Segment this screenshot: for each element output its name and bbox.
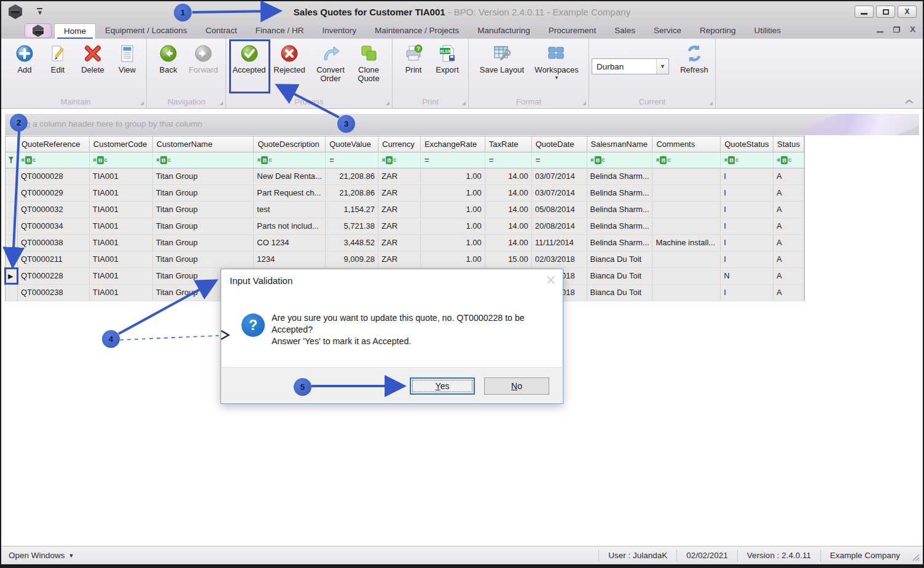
grid-cell[interactable]: ZAR [378, 235, 421, 251]
filter-cell-exchangerate[interactable]: = [421, 152, 485, 168]
grid-cell[interactable]: 21,208.86 [326, 185, 378, 202]
column-header-status[interactable]: Status [773, 136, 804, 152]
grid-cell[interactable]: TIA001 [90, 285, 153, 301]
grid-cell[interactable] [652, 285, 721, 301]
grid-cell[interactable]: 14.00 [485, 202, 532, 218]
grid-cell[interactable]: 21,208.86 [326, 168, 378, 185]
group-launcher-icon[interactable] [386, 101, 390, 105]
grid-cell[interactable]: 15.00 [485, 251, 532, 268]
column-header-quotedescription[interactable]: QuoteDescription [254, 136, 326, 152]
grid-cell[interactable]: A [773, 251, 804, 268]
table-row[interactable]: QT0000034TIA001Titan GroupParts not incl… [6, 218, 804, 235]
filter-cell-quotestatus[interactable]: RBC [721, 152, 773, 168]
tab-service[interactable]: Service [644, 23, 691, 39]
grid-cell[interactable]: ZAR [378, 185, 421, 202]
grid-cell[interactable]: Titan Group [153, 251, 254, 268]
grid-cell[interactable]: 03/07/2014 [532, 168, 587, 185]
grid-cell[interactable]: 03/07/2014 [532, 185, 587, 202]
grid-cell[interactable]: 1.00 [421, 168, 485, 185]
grid-cell[interactable]: New Deal Renta... [254, 168, 326, 185]
grid-cell[interactable] [652, 168, 721, 185]
grid-cell[interactable]: 1.00 [421, 218, 485, 235]
grid-cell[interactable]: Titan Group [153, 168, 254, 185]
grid-cell[interactable]: Titan Group [153, 218, 254, 235]
grid-cell[interactable]: 02/03/2018 [532, 251, 587, 268]
row-indicator[interactable] [6, 202, 18, 218]
grid-cell[interactable]: 5,721.38 [326, 218, 378, 235]
grid-cell[interactable]: Parts not includ... [254, 218, 326, 235]
filter-cell-salesmanname[interactable]: RBC [587, 152, 653, 168]
grid-cell[interactable]: A [773, 285, 804, 301]
grid-cell[interactable]: CO 1234 [254, 235, 326, 251]
dialog-close-icon[interactable] [546, 275, 555, 285]
filter-cell-taxrate[interactable]: = [485, 152, 532, 168]
grid-cell[interactable]: 1,154.27 [326, 202, 378, 218]
grid-cell[interactable]: QT0000028 [18, 168, 90, 185]
grid-cell[interactable]: A [773, 185, 804, 202]
mdi-close-button[interactable]: X [910, 26, 915, 33]
grid-cell[interactable]: I [721, 168, 773, 185]
filter-cell-quotevalue[interactable]: = [326, 152, 378, 168]
ribbon-collapse-icon[interactable] [904, 98, 914, 105]
tab-manufacturing[interactable]: Manufacturing [468, 23, 539, 39]
tab-reporting[interactable]: Reporting [691, 23, 745, 39]
grid-cell[interactable]: Titan Group [153, 202, 254, 218]
column-header-comments[interactable]: Comments [652, 136, 721, 152]
grid-cell[interactable]: Bianca Du Toit [587, 251, 653, 268]
grid-cell[interactable]: QT0000029 [18, 185, 90, 202]
grid-cell[interactable] [652, 268, 721, 285]
row-indicator[interactable] [6, 168, 18, 185]
grid-cell[interactable]: ZAR [378, 202, 421, 218]
grid-cell[interactable]: QT0000032 [18, 202, 90, 218]
filter-cell-customername[interactable]: RBC [153, 152, 254, 168]
row-indicator[interactable] [6, 285, 18, 301]
tab-sales[interactable]: Sales [605, 23, 644, 39]
grid-cell[interactable]: 14.00 [485, 235, 532, 251]
grid-cell[interactable]: TIA001 [90, 168, 153, 185]
group-launcher-icon[interactable] [709, 101, 713, 105]
grid-cell[interactable]: test [254, 202, 326, 218]
tab-maintenance-projects[interactable]: Maintenance / Projects [366, 23, 468, 39]
grid-cell[interactable]: Belinda Sharm... [587, 235, 653, 251]
grid-cell[interactable]: Bianca Du Toit [587, 268, 653, 285]
grid-cell[interactable]: Belinda Sharm... [587, 202, 653, 218]
minimize-button[interactable] [855, 6, 874, 18]
maximize-button[interactable] [876, 6, 895, 18]
tab-contract[interactable]: Contract [197, 23, 246, 39]
open-windows-button[interactable]: Open Windows ▼ [9, 551, 74, 560]
grid-cell[interactable]: TIA001 [90, 185, 153, 202]
no-button[interactable]: No [484, 377, 549, 395]
grid-cell[interactable] [652, 218, 721, 235]
grid-cell[interactable]: I [721, 285, 773, 301]
grid-cell[interactable]: Titan Group [153, 235, 254, 251]
grid-cell[interactable]: Belinda Sharm... [587, 218, 653, 235]
grid-cell[interactable]: TIA001 [90, 251, 153, 268]
column-header-salesmanname[interactable]: SalesmanName [587, 136, 653, 152]
grid-cell[interactable]: TIA001 [90, 202, 153, 218]
grid-cell[interactable]: I [721, 202, 773, 218]
yes-button[interactable]: Yes [410, 377, 475, 395]
grid-cell[interactable]: I [721, 251, 773, 268]
branch-select[interactable]: Durban ▼ [592, 58, 669, 74]
grid-cell[interactable]: 05/08/2014 [532, 202, 587, 218]
table-row[interactable]: QT0000038TIA001Titan GroupCO 12343,448.5… [6, 235, 804, 251]
mdi-restore-button[interactable] [893, 26, 900, 33]
tab-procurement[interactable]: Procurement [539, 23, 605, 39]
grid-cell[interactable]: Bianca Du Toit [587, 285, 653, 301]
grid-cell[interactable]: 14.00 [485, 185, 532, 202]
table-row[interactable]: QT0000211TIA001Titan Group12349,009.28ZA… [6, 251, 804, 268]
filter-edit-icon[interactable] [6, 152, 18, 168]
grid-cell[interactable]: 1234 [254, 251, 326, 268]
grid-cell[interactable]: A [773, 168, 804, 185]
filter-cell-currency[interactable]: RBC [378, 152, 421, 168]
row-indicator[interactable] [6, 185, 18, 202]
grid-cell[interactable]: Titan Group [153, 185, 254, 202]
application-menu-button[interactable] [25, 23, 52, 38]
grid-cell[interactable]: I [721, 218, 773, 235]
column-header-quotestatus[interactable]: QuoteStatus [721, 136, 773, 152]
column-header-customername[interactable]: CustomerName [153, 136, 254, 152]
grid-cell[interactable]: Part Request ch... [254, 185, 326, 202]
grid-cell[interactable]: 14.00 [485, 218, 532, 235]
grid-cell[interactable]: 3,448.52 [326, 235, 378, 251]
grid-cell[interactable]: 1.00 [421, 235, 485, 251]
